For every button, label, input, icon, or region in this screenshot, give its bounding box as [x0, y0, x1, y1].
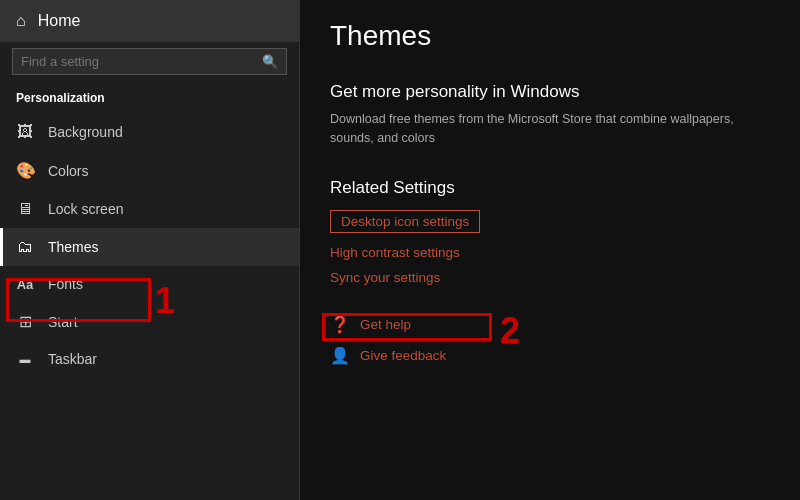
home-nav-item[interactable]: ⌂ Home — [0, 0, 299, 42]
high-contrast-settings-link[interactable]: High contrast settings — [330, 245, 770, 260]
sidebar-item-start[interactable]: ⊞ Start — [0, 302, 299, 341]
home-label: Home — [38, 12, 81, 30]
sidebar-item-fonts[interactable]: Aa Fonts — [0, 266, 299, 302]
sidebar-item-background[interactable]: 🖼 Background — [0, 113, 299, 151]
search-input[interactable] — [21, 54, 256, 69]
sidebar-item-label: Start — [48, 314, 78, 330]
fonts-icon: Aa — [16, 277, 34, 292]
get-help-label: Get help — [360, 317, 411, 332]
sidebar-item-label: Fonts — [48, 276, 83, 292]
colors-icon: 🎨 — [16, 161, 34, 180]
give-feedback-label: Give feedback — [360, 348, 446, 363]
personality-heading: Get more personality in Windows — [330, 82, 770, 102]
sidebar-item-themes[interactable]: 🗂 Themes — [0, 228, 299, 266]
sidebar-item-label: Taskbar — [48, 351, 97, 367]
sidebar-item-taskbar[interactable]: ▬ Taskbar — [0, 341, 299, 377]
sync-settings-link[interactable]: Sync your settings — [330, 270, 770, 285]
help-section: ❓ Get help 👤 Give feedback — [330, 315, 770, 365]
related-settings-section: Related Settings Desktop icon settings H… — [330, 178, 770, 285]
personality-desc: Download free themes from the Microsoft … — [330, 110, 770, 148]
start-icon: ⊞ — [16, 312, 34, 331]
sidebar-item-label: Lock screen — [48, 201, 123, 217]
section-label: Personalization — [0, 85, 299, 113]
desktop-icon-settings-link[interactable]: Desktop icon settings — [330, 210, 480, 233]
sidebar-item-label: Themes — [48, 239, 99, 255]
page-title: Themes — [330, 20, 770, 52]
search-icon: 🔍 — [262, 54, 278, 69]
get-help-item[interactable]: ❓ Get help — [330, 315, 770, 334]
give-feedback-item[interactable]: 👤 Give feedback — [330, 346, 770, 365]
background-icon: 🖼 — [16, 123, 34, 141]
home-icon: ⌂ — [16, 12, 26, 30]
taskbar-icon: ▬ — [16, 353, 34, 365]
sidebar-item-lock-screen[interactable]: 🖥 Lock screen — [0, 190, 299, 228]
main-content: Themes Get more personality in Windows D… — [300, 0, 800, 500]
sidebar-item-label: Colors — [48, 163, 88, 179]
related-settings-title: Related Settings — [330, 178, 770, 198]
give-feedback-icon: 👤 — [330, 346, 350, 365]
personality-section: Get more personality in Windows Download… — [330, 82, 770, 148]
search-box: 🔍 — [12, 48, 287, 75]
sidebar-item-colors[interactable]: 🎨 Colors — [0, 151, 299, 190]
get-help-icon: ❓ — [330, 315, 350, 334]
lock-screen-icon: 🖥 — [16, 200, 34, 218]
themes-icon: 🗂 — [16, 238, 34, 256]
sidebar-item-label: Background — [48, 124, 123, 140]
